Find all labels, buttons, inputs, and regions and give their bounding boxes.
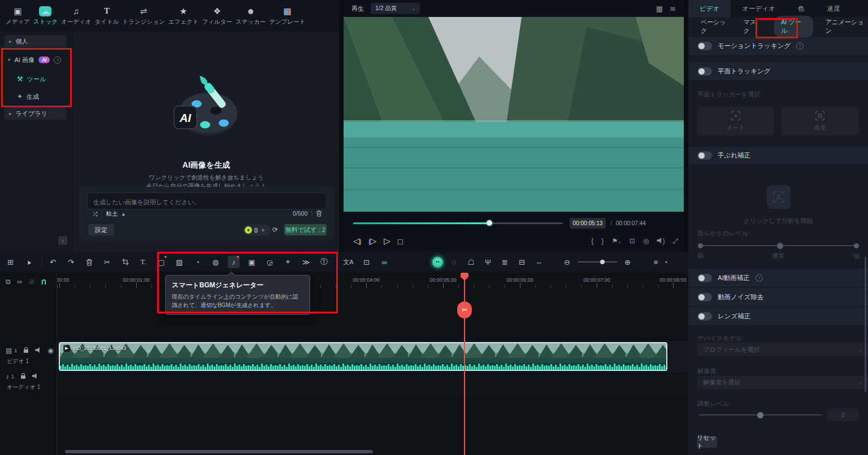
mark-out-icon[interactable]: } [601,237,604,245]
link-icon[interactable]: ∞ [18,278,23,286]
redo-icon[interactable]: ↷ [65,256,77,268]
credit-counter[interactable]: ✦ 0 ＋ [243,225,271,235]
resolution-dropdown[interactable]: 解像度を選択 ⌄ [697,375,868,389]
mute-speaker-icon[interactable] [35,347,41,355]
ai-enhance-toggle[interactable] [697,274,712,282]
zoom-in-icon[interactable]: ⊕ [622,256,633,268]
undo-icon[interactable]: ↶ [47,256,59,268]
color-palette-icon[interactable]: ◍ [210,256,222,268]
motion-focus-icon[interactable]: ⌖ [282,256,294,268]
crop-icon[interactable] [119,256,131,268]
stop-button[interactable]: □ [398,237,403,246]
playhead-line[interactable] [464,273,465,455]
planar-tracking-toggle[interactable] [697,67,712,76]
reframe-icon[interactable]: ⊡ [361,256,372,268]
fit-timeline-icon[interactable]: ⇔ [533,256,545,268]
quality-dropdown[interactable]: 1/2 品質 ⌄ [371,3,420,14]
tab-titles[interactable]: Tタイトル [94,6,119,26]
speaker-icon[interactable]: ) [657,237,665,245]
shield-icon[interactable]: ☖ [465,256,477,268]
freeze-frame-icon[interactable]: ▣ [246,256,258,268]
settings-button[interactable]: 設定 [88,224,114,235]
timeline-horizontal-scrollbar[interactable] [65,450,373,453]
subtab-animation[interactable]: アニメーション [826,18,868,35]
text-tool-icon[interactable]: T. [137,256,149,268]
clip-play-icon[interactable]: ▶ [63,345,70,352]
collapse-sidebar-button[interactable]: ‹ [58,236,67,245]
smoothness-dot-strong[interactable] [854,243,859,248]
unlink-icon[interactable]: ⊘ [29,278,34,286]
audio-mixer-icon[interactable]: ≣ [499,256,511,268]
try-free-button[interactable]: 無料で試す : 2 [284,224,327,235]
help-icon[interactable]: ? [756,274,763,282]
playhead-split-button[interactable]: ✂ [457,301,472,318]
timer-icon[interactable]: ◶ [264,256,276,268]
subtab-mask[interactable]: マスク [744,18,762,35]
subtab-ai-tools[interactable]: AI ツール [774,16,813,37]
speed-ramp-icon[interactable]: ◔ [192,256,203,268]
tab-audio-props[interactable]: オーディオ [731,0,787,18]
link-clips-icon[interactable]: ∞ [379,256,390,268]
voiceover-mic-icon[interactable]: Ψ [482,256,494,268]
tab-audio[interactable]: ♫オーディオ [61,6,91,26]
snap-magnet-icon[interactable]: U [41,278,46,286]
next-frame-button[interactable]: |▷ [368,236,376,246]
sidebar-item-library[interactable]: ▸ライブラリ [5,107,67,120]
tab-stickers[interactable]: ☻ステッカー [236,6,266,26]
fullscreen-icon[interactable]: ⤢ [672,237,678,245]
display-output-icon[interactable]: ⊡ [630,237,635,245]
tab-transitions[interactable]: ⇌トランジション [122,6,164,26]
tab-stock[interactable]: ☁ストック [33,6,58,26]
timeline-clip[interactable]: ▶ VID_20230501_134043 [59,342,667,371]
tab-templates[interactable]: ▦テンプレート [269,6,305,26]
render-preview-icon[interactable]: ◌ [448,256,460,268]
delete-icon[interactable] [83,256,95,268]
hide-eye-icon[interactable]: ◉ [47,347,53,355]
previous-frame-button[interactable]: ◁| [353,236,361,246]
refresh-icon[interactable]: ⟳ [272,226,278,234]
trash-icon[interactable] [316,210,322,217]
chroma-key-icon[interactable]: ▧ [173,256,185,268]
mute-speaker-icon[interactable] [32,373,38,380]
mask-icon[interactable]: ▢ [155,256,167,268]
duplicate-icon[interactable]: ⧉ [6,278,11,286]
adjustment-slider[interactable] [699,414,822,415]
play-button[interactable]: ▷ [384,236,390,246]
avatar-mask-icon[interactable]: •• [432,257,443,268]
zoom-out-icon[interactable]: ⊖ [561,256,573,268]
lock-icon[interactable] [24,347,28,355]
tab-color[interactable]: 色 [787,0,816,18]
shuffle-icon[interactable]: ⤮ [93,211,98,218]
right-panel-scrollbar[interactable] [865,257,866,392]
adjustment-slider-handle[interactable] [757,412,763,418]
style-selector[interactable]: ⤮ | 粘土 ▲ [93,210,125,218]
smoothness-dot-normal[interactable] [777,243,783,249]
prompt-input[interactable] [87,193,327,209]
subtab-basic[interactable]: ベーシック [701,18,731,35]
help-icon[interactable]: ? [796,42,804,50]
translate-icon[interactable]: 文A [342,256,354,268]
multi-view-icon[interactable]: ▦ [656,5,663,13]
tab-filters[interactable]: ❖フィルター [202,6,232,26]
audio-track-lane[interactable] [57,374,688,395]
timeline-ruler[interactable]: 00:00:00 00:00:01:00 00:00:02:00 00:00:0… [57,274,688,290]
scope-icon[interactable]: ≋ [670,5,676,13]
reset-button[interactable]: リセット [697,436,717,448]
analyze-button[interactable] [767,185,791,209]
select-cursor-icon[interactable]: ▲ [20,253,37,270]
lock-icon[interactable] [21,373,25,380]
tab-effects[interactable]: ★エフェクト [168,6,199,26]
profile-dropdown[interactable]: プロフィールを選択 ⌄ [697,343,868,356]
mark-in-icon[interactable]: { [591,237,593,245]
tracker-advanced-button[interactable]: 高度 [781,106,859,135]
screen-record-icon[interactable]: ⊟ [516,256,528,268]
motion-tracking-toggle[interactable] [697,42,712,50]
sidebar-item-generate[interactable]: ✦生成 [17,91,39,102]
seek-bar-handle[interactable] [487,220,492,226]
lens-correction-toggle[interactable] [697,312,712,321]
sidebar-item-tools[interactable]: ⚒ツール [17,73,46,85]
split-scissors-icon[interactable]: ✂ [101,256,113,268]
help-icon[interactable]: ? [54,56,61,64]
smart-bgm-generator-icon[interactable]: ♪ [228,256,240,268]
smoothness-slider[interactable] [699,245,858,246]
